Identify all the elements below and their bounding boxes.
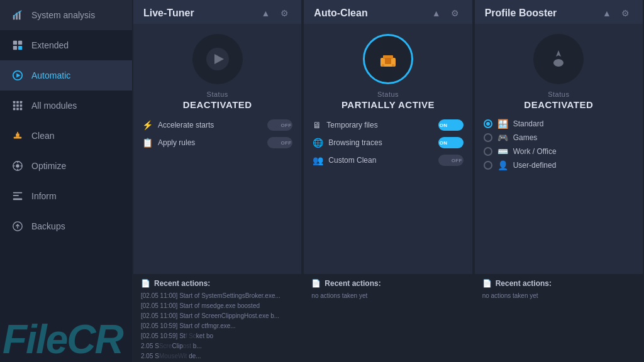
sidebar-label-inform: Inform bbox=[31, 191, 57, 201]
sidebar-label-automatic: Automatic bbox=[31, 70, 70, 80]
auto-clean-upload-icon[interactable]: ▲ bbox=[430, 6, 443, 20]
live-tuner-settings-icon[interactable]: ⚙ bbox=[277, 6, 291, 20]
accelerate-toggle[interactable] bbox=[267, 119, 292, 131]
auto-clean-toggle-browsing: 🌐 Browsing traces bbox=[313, 137, 463, 148]
grid-icon bbox=[11, 99, 24, 112]
profile-booster-title: Profile Booster bbox=[485, 8, 557, 19]
inform-icon bbox=[11, 190, 24, 202]
rules-toggle[interactable] bbox=[267, 137, 292, 148]
rules-icon: 📋 bbox=[142, 138, 153, 148]
svg-point-39 bbox=[553, 59, 564, 67]
custom-clean-toggle[interactable] bbox=[438, 155, 464, 166]
profile-booster-card: Profile Booster ▲ ⚙ Status DEACTIVATED 🪟… bbox=[475, 0, 643, 362]
profile-booster-header: Profile Booster ▲ ⚙ bbox=[475, 0, 643, 24]
svg-rect-12 bbox=[13, 104, 16, 107]
recent-doc-icon: 📄 bbox=[141, 279, 150, 288]
profile-booster-icon-circle bbox=[533, 34, 584, 84]
live-tuner-status-value: DEACTIVATED bbox=[142, 99, 292, 110]
svg-rect-15 bbox=[13, 108, 16, 111]
accelerate-icon: ⚡ bbox=[142, 120, 153, 130]
extend-icon bbox=[11, 39, 24, 52]
sidebar-item-optimize[interactable]: Optimize bbox=[0, 151, 132, 181]
svg-rect-14 bbox=[20, 104, 23, 107]
work-icon: ⌨️ bbox=[497, 146, 508, 156]
live-tuner-title: Live-Tuner bbox=[143, 8, 194, 19]
profile-games[interactable]: 🎮 Games bbox=[484, 133, 634, 143]
svg-rect-37 bbox=[382, 64, 384, 67]
live-tuner-upload-icon[interactable]: ▲ bbox=[258, 6, 272, 20]
games-label: Games bbox=[513, 133, 538, 142]
live-tuner-header: Live-Tuner ▲ ⚙ bbox=[133, 0, 301, 24]
temp-files-toggle[interactable] bbox=[438, 119, 464, 131]
custom-clean-icon: 👥 bbox=[313, 155, 323, 165]
live-tuner-body: Status DEACTIVATED ⚡ Accelerate starts 📋… bbox=[133, 24, 301, 274]
svg-rect-18 bbox=[14, 137, 22, 139]
custom-clean-label: Custom Clean bbox=[328, 156, 376, 165]
sidebar-label-clean: Clean bbox=[31, 131, 55, 141]
profile-booster-status-value: DEACTIVATED bbox=[484, 99, 634, 110]
sidebar-label-optimize: Optimize bbox=[31, 161, 66, 171]
profile-booster-recent: 📄 Recent actions: no actions taken yet bbox=[475, 274, 643, 362]
profile-booster-header-icons: ▲ ⚙ bbox=[600, 6, 633, 20]
profile-recent-doc-icon: 📄 bbox=[482, 279, 492, 288]
live-tuner-card: Live-Tuner ▲ ⚙ Status DEACTIVATED ⚡ Acce… bbox=[133, 0, 301, 362]
profile-standard[interactable]: 🪟 Standard bbox=[484, 119, 634, 129]
games-icon: 🎮 bbox=[497, 133, 508, 143]
auto-clean-settings-icon[interactable]: ⚙ bbox=[448, 6, 462, 20]
auto-clean-header-icons: ▲ ⚙ bbox=[430, 6, 462, 20]
profile-booster-status-label: Status bbox=[484, 90, 634, 98]
profile-booster-settings-icon[interactable]: ⚙ bbox=[619, 6, 633, 20]
svg-rect-28 bbox=[13, 192, 22, 194]
auto-clean-recent: 📄 Recent actions: no actions taken yet bbox=[304, 274, 472, 362]
accelerate-label: Accelerate starts bbox=[158, 121, 214, 129]
work-radio[interactable] bbox=[484, 147, 492, 156]
auto-clean-status-value: PARTIALLY ACTIVE bbox=[313, 99, 463, 110]
auto-icon bbox=[11, 69, 24, 82]
live-tuner-recent: 📄 Recent actions: [02.05 11:00] Start of… bbox=[133, 274, 301, 362]
auto-clean-recent-doc-icon: 📄 bbox=[311, 279, 321, 288]
profile-user-defined[interactable]: 👤 User-defined bbox=[484, 160, 634, 170]
sidebar-item-extended[interactable]: Extended bbox=[0, 30, 132, 60]
sidebar-item-clean[interactable]: Clean bbox=[0, 121, 132, 151]
svg-rect-13 bbox=[16, 104, 19, 107]
live-tuner-recent-content: [02.05 11:00] Start of SystemSettingsBro… bbox=[141, 291, 294, 362]
browsing-toggle[interactable] bbox=[438, 137, 464, 148]
svg-rect-16 bbox=[16, 108, 19, 111]
svg-rect-6 bbox=[18, 46, 22, 50]
svg-rect-17 bbox=[20, 108, 23, 111]
live-tuner-header-icons: ▲ ⚙ bbox=[258, 6, 291, 20]
profile-work-office[interactable]: ⌨️ Work / Office bbox=[484, 146, 634, 156]
auto-clean-recent-content: no actions taken yet bbox=[311, 291, 464, 300]
user-defined-radio[interactable] bbox=[484, 161, 492, 170]
svg-rect-27 bbox=[13, 199, 22, 200]
rules-label: Apply rules bbox=[158, 138, 195, 147]
user-defined-label: User-defined bbox=[513, 161, 557, 170]
temp-files-icon: 🖥 bbox=[313, 120, 321, 130]
live-tuner-toggle-rules: 📋 Apply rules bbox=[142, 137, 292, 148]
standard-radio[interactable] bbox=[484, 119, 492, 128]
browsing-label: Browsing traces bbox=[328, 138, 382, 147]
live-tuner-toggle-accelerate: ⚡ Accelerate starts bbox=[142, 119, 292, 131]
svg-rect-4 bbox=[18, 41, 22, 45]
svg-rect-10 bbox=[16, 101, 19, 104]
live-tuner-status-label: Status bbox=[142, 90, 292, 98]
sidebar-item-backups[interactable]: Backups bbox=[0, 211, 132, 241]
live-tuner-recent-title: 📄 Recent actions: bbox=[141, 279, 294, 288]
sidebar-item-automatic[interactable]: Automatic bbox=[0, 60, 132, 90]
games-radio[interactable] bbox=[484, 133, 492, 142]
temp-files-label: Temporary files bbox=[326, 121, 377, 129]
auto-clean-toggle-custom: 👥 Custom Clean bbox=[313, 155, 463, 166]
auto-clean-card: Auto-Clean ▲ ⚙ Status PARTIALLY ACTIVE bbox=[304, 0, 472, 362]
standard-label: Standard bbox=[513, 119, 544, 128]
svg-rect-38 bbox=[392, 64, 394, 67]
sidebar-label-system-analysis: System analysis bbox=[31, 10, 95, 20]
profile-booster-upload-icon[interactable]: ▲ bbox=[600, 6, 614, 20]
auto-clean-toggle-temp: 🖥 Temporary files bbox=[313, 119, 463, 131]
sidebar-item-system-analysis[interactable]: System analysis bbox=[0, 0, 132, 30]
user-defined-icon: 👤 bbox=[497, 160, 508, 170]
sidebar-label-backups: Backups bbox=[31, 221, 65, 231]
sidebar-item-all-modules[interactable]: All modules bbox=[0, 90, 132, 121]
sidebar-item-inform[interactable]: Inform bbox=[0, 181, 132, 211]
chart-icon bbox=[11, 9, 24, 21]
auto-clean-header: Auto-Clean ▲ ⚙ bbox=[304, 0, 472, 24]
